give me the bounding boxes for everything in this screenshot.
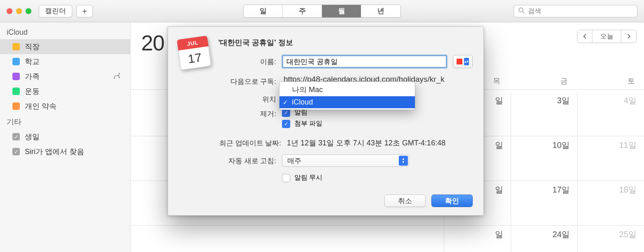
sidebar-item-label: 개인 약속	[25, 101, 57, 111]
color-preview-icon	[457, 59, 462, 64]
auto-refresh-label: 자동 새로 고침:	[218, 156, 276, 166]
sidebar-item-label: 학교	[25, 57, 40, 67]
ignore-alerts-row[interactable]: 알림 무시	[282, 174, 322, 182]
svg-line-1	[523, 12, 524, 13]
remove-label: 제거:	[218, 108, 276, 119]
shared-icon	[114, 72, 121, 81]
dow-friday: 금	[509, 76, 577, 89]
calendar-cell-hidden	[130, 226, 444, 252]
last-updated-value: 1년 12월 31일 오후 7시 43분 12초 GMT-4:16:48	[287, 138, 445, 148]
year-label: 20	[141, 31, 164, 55]
app-title-button[interactable]: 캘린더	[39, 5, 72, 17]
search-field-wrap[interactable]	[514, 5, 637, 17]
search-input[interactable]	[528, 7, 633, 15]
sidebar-section-other: 기타	[0, 114, 130, 129]
month-nav: 오늘	[577, 30, 637, 43]
popup-item-label: 나의 Mac	[292, 85, 323, 95]
svg-point-4	[119, 77, 120, 78]
new-event-button[interactable]: ＋	[76, 5, 93, 17]
calendar-row: 일 24일 25일	[130, 226, 644, 252]
sidebar-section-icloud: iCloud	[0, 25, 130, 39]
last-updated-label: 최근 업데이트 날짜:	[218, 138, 281, 148]
dow-saturday: 토	[577, 76, 644, 89]
checkbox-icon[interactable]: ✓	[12, 133, 20, 140]
cancel-button[interactable]: 취소	[384, 195, 426, 207]
svg-point-3	[119, 73, 120, 74]
sidebar-item-exercise[interactable]: 운동	[0, 84, 130, 99]
traffic-lights	[7, 8, 31, 14]
color-swatch-icon	[12, 88, 20, 95]
prev-month-button[interactable]	[578, 30, 592, 43]
location-label: 위치	[218, 95, 276, 104]
calendar-cell[interactable]: 24일	[511, 226, 578, 252]
dialog-title: '대한민국 공휴일' 정보	[218, 38, 473, 48]
sidebar-item-siri[interactable]: ✓ Siri가 앱에서 찾음	[0, 144, 130, 159]
minimize-window-button[interactable]	[16, 8, 22, 14]
checkmark-icon: ✓	[283, 99, 288, 106]
color-swatch-icon	[12, 73, 20, 80]
sidebar-item-label: 운동	[25, 86, 40, 96]
color-swatch-icon	[12, 43, 20, 50]
color-swatch-icon	[12, 102, 20, 110]
sidebar: iCloud 직장 학교 가족 운동 개인 약속 기타 ✓ 생일	[0, 22, 130, 252]
calendar-cell[interactable]: 25일	[578, 226, 644, 252]
calendar-cell[interactable]: 18일	[578, 181, 644, 225]
checkbox-icon[interactable]: ✓	[12, 148, 20, 155]
color-picker[interactable]: ▴▾	[453, 55, 473, 68]
calendar-cell[interactable]: 4일	[578, 92, 644, 136]
name-label: 이름:	[218, 57, 276, 67]
sidebar-item-school[interactable]: 학교	[0, 54, 130, 69]
search-icon	[518, 7, 525, 15]
sidebar-item-label: 가족	[25, 71, 40, 81]
ok-button[interactable]: 확인	[431, 195, 473, 207]
auto-refresh-value: 매주	[287, 156, 301, 166]
subscribe-url-label: 다음으로 구독:	[218, 77, 276, 86]
sidebar-item-family[interactable]: 가족	[0, 69, 130, 84]
checkbox-empty-icon[interactable]	[282, 174, 290, 182]
subscription-info-dialog: JUL 17 '대한민국 공휴일' 정보 이름: ▴▾ 다음으로 구독: htt…	[168, 26, 484, 216]
close-window-button[interactable]	[7, 8, 12, 14]
color-swatch-icon	[12, 58, 20, 65]
today-button[interactable]: 오늘	[592, 30, 621, 43]
checkbox-checked-icon[interactable]: ✓	[282, 120, 290, 128]
calendar-cell[interactable]: 10일	[511, 136, 578, 181]
sidebar-item-personal[interactable]: 개인 약속	[0, 99, 130, 114]
svg-point-0	[519, 8, 523, 12]
view-segmented-control: 일 주 월 년	[243, 5, 401, 18]
name-input[interactable]	[282, 55, 447, 68]
calendar-cell[interactable]: 17일	[511, 181, 578, 225]
calendar-cell[interactable]: 일	[444, 226, 511, 252]
svg-point-2	[114, 78, 115, 79]
sidebar-item-work[interactable]: 직장	[0, 39, 130, 54]
sidebar-item-label: 직장	[25, 42, 40, 52]
calendar-cell[interactable]: 3일	[511, 92, 578, 136]
popup-item-label: iCloud	[292, 98, 313, 107]
sidebar-item-label: 생일	[25, 132, 40, 142]
next-month-button[interactable]	[621, 30, 636, 43]
zoom-window-button[interactable]	[26, 8, 31, 14]
calendar-icon-day: 17	[178, 46, 211, 70]
view-week-tab[interactable]: 주	[283, 5, 322, 17]
popup-item-my-mac[interactable]: 나의 Mac	[279, 83, 415, 96]
sidebar-item-label: Siri가 앱에서 찾음	[25, 147, 84, 157]
popup-item-icloud[interactable]: ✓ iCloud	[279, 96, 415, 108]
location-popup-menu: 나의 Mac ✓ iCloud	[279, 81, 415, 110]
view-year-tab[interactable]: 년	[361, 5, 400, 17]
updown-icon: ▲▼	[399, 156, 408, 166]
calendar-cell[interactable]: 11일	[578, 136, 644, 181]
ignore-alerts-label: 알림 무시	[294, 174, 322, 182]
view-day-tab[interactable]: 일	[244, 5, 283, 17]
titlebar: 캘린더 ＋ 일 주 월 년	[0, 0, 644, 22]
updown-icon: ▴▾	[464, 58, 469, 65]
view-month-tab[interactable]: 월	[322, 5, 361, 17]
remove-attachments-row[interactable]: ✓ 첨부 파일	[282, 119, 322, 128]
sidebar-item-birthdays[interactable]: ✓ 생일	[0, 129, 130, 144]
remove-attachments-label: 첨부 파일	[294, 119, 322, 128]
calendar-app-icon: JUL 17	[177, 36, 211, 70]
auto-refresh-select[interactable]: 매주 ▲▼	[282, 155, 409, 167]
